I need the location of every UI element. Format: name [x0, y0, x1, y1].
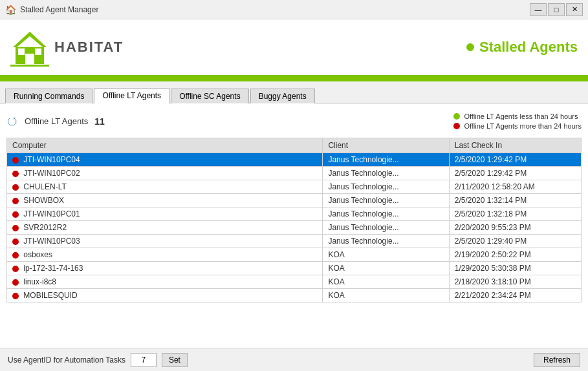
cell-client: Janus Technologie... [323, 207, 449, 221]
app-icon: 🏠 [5, 5, 16, 15]
cell-client: Janus Technologie... [323, 221, 449, 235]
legend-green-label: Offline LT Agents less than 24 hours [464, 112, 578, 120]
table-row[interactable]: JTI-WIN10PC03 Janus Technologie... 2/5/2… [7, 235, 582, 248]
legend-green-dot [453, 113, 460, 120]
cell-last-check-in: 2/5/2020 1:29:40 PM [449, 235, 581, 248]
computer-name: MOBILESQUID [23, 291, 77, 300]
computer-name: ip-172-31-74-163 [23, 264, 83, 273]
stalled-agents-dot [466, 43, 474, 51]
legend-red-dot [453, 123, 460, 129]
tab-buggy-agents[interactable]: Buggy Agents [250, 89, 315, 103]
svg-rect-4 [35, 48, 41, 55]
cell-last-check-in: 2/19/2020 2:50:22 PM [449, 248, 581, 262]
svg-rect-5 [25, 54, 34, 64]
logo-icon [10, 28, 49, 67]
section-label: Offline LT Agents [25, 116, 88, 126]
computer-name: linux-i8c8 [23, 277, 56, 286]
cell-last-check-in: 2/5/2020 1:32:14 PM [449, 194, 581, 207]
cell-computer: JTI-WIN10PC03 [7, 235, 323, 248]
computer-name: JTI-WIN10PC01 [23, 209, 80, 218]
logo-text-area: HABITAT [54, 39, 124, 56]
tabs-area: Running Commands Offline LT Agents Offli… [0, 81, 588, 103]
row-status-icon [12, 266, 19, 272]
computer-name: SVR2012R2 [23, 223, 67, 232]
table-row[interactable]: SVR2012R2 Janus Technologie... 2/20/2020… [7, 221, 582, 235]
row-status-icon [12, 171, 19, 177]
bottom-left: Use AgentID for Automation Tasks Set [8, 353, 188, 367]
cell-last-check-in: 2/5/2020 1:29:42 PM [449, 153, 581, 167]
cell-last-check-in: 2/5/2020 1:32:18 PM [449, 207, 581, 221]
legend-red-label: Offline LT Agents more than 24 hours [464, 122, 582, 130]
cell-last-check-in: 2/18/2020 3:18:10 PM [449, 275, 581, 289]
row-status-icon [12, 198, 19, 204]
row-status-icon [12, 293, 19, 299]
computer-name: JTI-WIN10PC02 [23, 169, 80, 178]
cell-client: KOA [323, 248, 449, 262]
cell-computer: SVR2012R2 [7, 221, 323, 235]
row-status-icon [12, 225, 19, 231]
logo-area: HABITAT [10, 28, 124, 67]
cell-computer: JTI-WIN10PC04 [7, 153, 323, 167]
table-row[interactable]: ip-172-31-74-163 KOA 1/29/2020 5:30:38 P… [7, 262, 582, 275]
cell-client: Janus Technologie... [323, 235, 449, 248]
computer-name: osboxes [23, 250, 52, 259]
cell-computer: linux-i8c8 [7, 275, 323, 289]
table-row[interactable]: CHULEN-LT Janus Technologie... 2/11/2020… [7, 180, 582, 194]
table-row[interactable]: osboxes KOA 2/19/2020 2:50:22 PM [7, 248, 582, 262]
cell-computer: JTI-WIN10PC01 [7, 207, 323, 221]
legend-item-red: Offline LT Agents more than 24 hours [453, 122, 582, 130]
computer-name: SHOWBOX [23, 196, 64, 205]
sync-icon: ⭯ [6, 114, 18, 128]
svg-rect-3 [18, 48, 25, 55]
cell-client: Janus Technologie... [323, 194, 449, 207]
table-row[interactable]: JTI-WIN10PC01 Janus Technologie... 2/5/2… [7, 207, 582, 221]
tab-offline-lt-agents[interactable]: Offline LT Agents [94, 88, 169, 103]
legend: Offline LT Agents less than 24 hours Off… [453, 112, 582, 130]
tab-offline-sc-agents[interactable]: Offline SC Agents [171, 89, 249, 103]
table-row[interactable]: JTI-WIN10PC04 Janus Technologie... 2/5/2… [7, 153, 582, 167]
col-header-computer: Computer [7, 138, 323, 153]
cell-last-check-in: 2/21/2020 2:34:24 PM [449, 289, 581, 302]
cell-computer: SHOWBOX [7, 194, 323, 207]
cell-client: KOA [323, 275, 449, 289]
cell-last-check-in: 1/29/2020 5:30:38 PM [449, 262, 581, 275]
cell-client: Janus Technologie... [323, 153, 449, 167]
stalled-agents-header: Stalled Agents [466, 39, 578, 56]
tab-running-commands[interactable]: Running Commands [5, 89, 93, 103]
agent-id-input[interactable] [131, 353, 157, 367]
row-status-icon [12, 184, 19, 191]
computer-name: JTI-WIN10PC04 [23, 155, 80, 164]
window-title: Stalled Agent Manager [20, 5, 98, 14]
close-button[interactable]: ✕ [566, 3, 583, 16]
cell-client: Janus Technologie... [323, 180, 449, 194]
table-row[interactable]: MOBILESQUID KOA 2/21/2020 2:34:24 PM [7, 289, 582, 302]
computer-name: JTI-WIN10PC03 [23, 237, 80, 246]
set-button[interactable]: Set [162, 353, 188, 367]
computer-name: CHULEN-LT [23, 182, 66, 191]
logo-text: HABITAT [54, 39, 124, 56]
title-bar-controls: — □ ✕ [530, 3, 583, 16]
minimize-button[interactable]: — [530, 3, 547, 16]
maximize-button[interactable]: □ [548, 3, 565, 16]
refresh-button[interactable]: Refresh [534, 353, 580, 367]
table-row[interactable]: SHOWBOX Janus Technologie... 2/5/2020 1:… [7, 194, 582, 207]
stalled-agents-label: Stalled Agents [479, 39, 578, 56]
title-bar: 🏠 Stalled Agent Manager — □ ✕ [0, 0, 588, 19]
cell-client: KOA [323, 262, 449, 275]
cell-last-check-in: 2/5/2020 1:29:42 PM [449, 167, 581, 180]
table-row[interactable]: JTI-WIN10PC02 Janus Technologie... 2/5/2… [7, 167, 582, 180]
status-left: ⭯ Offline LT Agents 11 [6, 114, 105, 128]
agent-count: 11 [94, 116, 105, 127]
cell-last-check-in: 2/20/2020 9:55:23 PM [449, 221, 581, 235]
cell-computer: MOBILESQUID [7, 289, 323, 302]
row-status-icon [12, 157, 19, 164]
row-status-icon [12, 252, 19, 259]
col-header-last-check-in: Last Check In [449, 138, 581, 153]
svg-rect-6 [10, 65, 49, 67]
title-bar-left: 🏠 Stalled Agent Manager [5, 5, 98, 15]
cell-last-check-in: 2/11/2020 12:58:20 AM [449, 180, 581, 194]
cell-computer: ip-172-31-74-163 [7, 262, 323, 275]
main-content: ⭯ Offline LT Agents 11 Offline LT Agents… [0, 103, 588, 348]
status-bar: ⭯ Offline LT Agents 11 Offline LT Agents… [6, 110, 582, 132]
table-row[interactable]: linux-i8c8 KOA 2/18/2020 3:18:10 PM [7, 275, 582, 289]
